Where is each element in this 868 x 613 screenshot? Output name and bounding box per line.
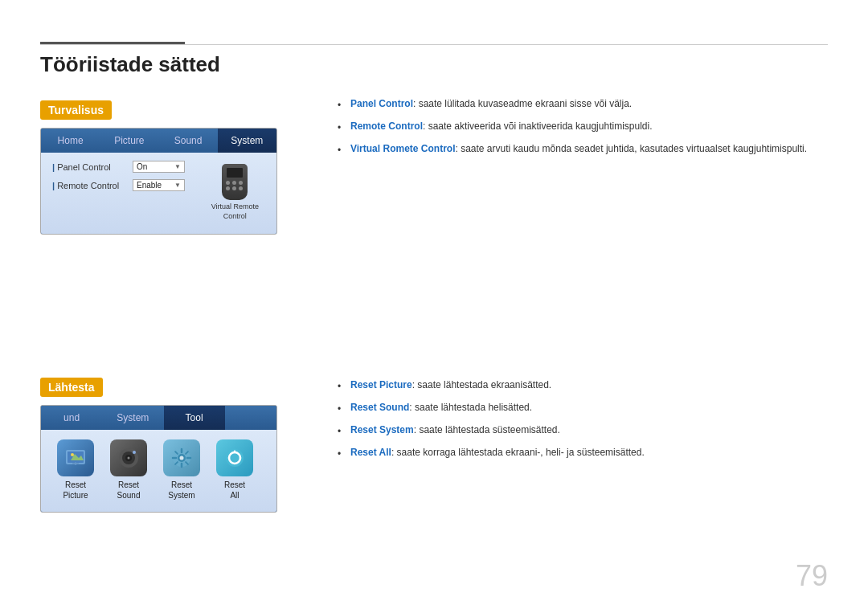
virtual-remote-label: Virtual RemoteControl bbox=[211, 202, 259, 221]
svg-point-13 bbox=[180, 456, 184, 460]
tv-menu-system[interactable]: System bbox=[218, 129, 276, 153]
remote-control-label: Remote Control bbox=[52, 181, 133, 190]
bullet-dot-5: • bbox=[338, 402, 344, 416]
svg-point-9 bbox=[128, 457, 130, 460]
svg-point-3 bbox=[71, 453, 74, 456]
panel-control-arrow: ▼ bbox=[174, 163, 181, 170]
remote-buttons bbox=[226, 181, 244, 190]
reset-sound-icon bbox=[110, 439, 147, 476]
remote-btn-6 bbox=[239, 186, 243, 190]
turvalisus-label: Turvalisus bbox=[40, 100, 112, 120]
remote-btn-1 bbox=[226, 181, 230, 185]
remote-screen bbox=[227, 168, 243, 178]
bullet-text-3: Virtual Romete Control: saate arvuti kau… bbox=[350, 141, 807, 157]
turvalisus-section: Turvalisus Home Picture Sound System Pan… bbox=[40, 100, 289, 235]
remote-btn-4 bbox=[226, 186, 230, 190]
turvalisus-bullets: • Panel Control: saate lülitada kuvasead… bbox=[338, 96, 828, 182]
reset-sound-label: ResetSound bbox=[117, 480, 141, 501]
reset-system-label: ResetSystem bbox=[168, 480, 194, 501]
bullet-virtual-remote: • Virtual Romete Control: saate arvuti k… bbox=[338, 141, 828, 157]
remote-btn-2 bbox=[232, 181, 236, 185]
reset-picture-icon bbox=[57, 439, 94, 476]
remote-control-select[interactable]: Enable ▼ bbox=[133, 179, 185, 191]
bullet-bold-4: Reset Picture bbox=[350, 379, 412, 390]
reset-picture-label: ResetPicture bbox=[63, 480, 88, 501]
top-rule bbox=[40, 44, 828, 45]
svg-rect-5 bbox=[72, 463, 79, 464]
bullet-dot-4: • bbox=[338, 379, 344, 394]
tv-menu-home[interactable]: Home bbox=[41, 129, 100, 153]
all-icon-svg bbox=[223, 446, 247, 470]
sound-icon-svg bbox=[117, 446, 141, 470]
panel-control-row: Panel Control On ▼ bbox=[52, 161, 205, 173]
bullet-bold-2: Remote Control bbox=[350, 121, 423, 132]
reset-all-label: ResetAll bbox=[224, 480, 245, 501]
bullet-remote-control: • Remote Control: saate aktiveerida või … bbox=[338, 119, 828, 135]
panel-control-label: Panel Control bbox=[52, 162, 133, 172]
panel-control-value: On bbox=[137, 162, 147, 171]
reset-system-item: ResetSystem bbox=[158, 439, 205, 501]
tv-menu-tool[interactable]: Tool bbox=[164, 406, 225, 430]
bullet-panel-control: • Panel Control: saate lülitada kuvasead… bbox=[338, 96, 828, 112]
page-number: 79 bbox=[796, 559, 828, 593]
turvalisus-tv-ui: Home Picture Sound System Panel Control … bbox=[40, 128, 277, 235]
bullet-dot-1: • bbox=[338, 98, 344, 112]
remote-control-row: Remote Control Enable ▼ bbox=[52, 179, 205, 191]
system-icon-svg bbox=[170, 446, 194, 470]
reset-system-icon bbox=[163, 439, 200, 476]
picture-icon-svg bbox=[63, 446, 88, 470]
bullet-text-5: Reset Sound: saate lähtestada helisätted… bbox=[350, 400, 532, 416]
bullet-text-1: Panel Control: saate lülitada kuvaseadme… bbox=[350, 96, 632, 112]
reset-all-icon bbox=[216, 439, 253, 476]
page-title: Tööriistade sätted bbox=[40, 52, 220, 77]
lahtesta-bullets: • Reset Picture: saate lähtestada ekraan… bbox=[338, 378, 828, 485]
bullet-bold-5: Reset Sound bbox=[350, 402, 409, 413]
bullet-dot-7: • bbox=[338, 447, 344, 461]
bullet-bold-6: Reset System bbox=[350, 424, 414, 435]
tv-content: Panel Control On ▼ Remote Control Enable… bbox=[41, 153, 276, 234]
lahtesta-bullet-section: • Reset Picture: saate lähtestada ekraan… bbox=[338, 378, 828, 461]
bullet-reset-system: • Reset System: saate lähtestada süsteem… bbox=[338, 423, 828, 439]
tv-menu-picture[interactable]: Picture bbox=[100, 129, 158, 153]
lahtesta-tv-ui: und System Tool ResetPicture bbox=[40, 405, 277, 513]
tv-menu-und[interactable]: und bbox=[41, 406, 102, 430]
turvalisus-bullet-section: • Panel Control: saate lülitada kuvasead… bbox=[338, 96, 828, 157]
bullet-bold-3: Virtual Romete Control bbox=[350, 143, 455, 154]
lahtesta-label: Lähtesta bbox=[40, 378, 103, 397]
tv-menu-spacer bbox=[225, 406, 276, 430]
tv-menu-bar-2: und System Tool bbox=[41, 406, 276, 430]
bullet-reset-sound: • Reset Sound: saate lähtestada helisätt… bbox=[338, 400, 828, 416]
bullet-text-6: Reset System: saate lähtestada süsteemis… bbox=[350, 423, 560, 439]
bullet-text-2: Remote Control: saate aktiveerida või in… bbox=[350, 119, 653, 135]
tv-menu-sound[interactable]: Sound bbox=[159, 129, 218, 153]
virtual-remote-area: Virtual RemoteControl bbox=[205, 161, 265, 226]
panel-control-select[interactable]: On ▼ bbox=[133, 161, 185, 173]
bullet-reset-all: • Reset All: saate korraga lähtestada ek… bbox=[338, 445, 828, 461]
lahtesta-content: ResetPicture ResetSound bbox=[41, 430, 276, 512]
lahtesta-section: Lähtesta und System Tool bbox=[40, 378, 289, 513]
remote-btn-3 bbox=[239, 181, 243, 185]
remote-control-arrow: ▼ bbox=[174, 182, 181, 189]
reset-picture-item: ResetPicture bbox=[52, 439, 99, 501]
tv-menu-bar: Home Picture Sound System bbox=[41, 129, 276, 153]
bullet-bold-1: Panel Control bbox=[350, 98, 413, 109]
bullet-text-7: Reset All: saate korraga lähtestada ekra… bbox=[350, 445, 645, 461]
reset-all-item: ResetAll bbox=[211, 439, 258, 501]
reset-sound-item: ResetSound bbox=[105, 439, 152, 501]
tv-menu-system2[interactable]: System bbox=[102, 406, 163, 430]
bullet-dot-2: • bbox=[338, 121, 344, 135]
bullet-text-4: Reset Picture: saate lähtestada ekraanis… bbox=[350, 378, 551, 394]
bullet-dot-6: • bbox=[338, 424, 344, 439]
remote-control-value: Enable bbox=[137, 181, 162, 190]
bullet-dot-3: • bbox=[338, 143, 344, 157]
bullet-reset-picture: • Reset Picture: saate lähtestada ekraan… bbox=[338, 378, 828, 394]
remote-icon bbox=[222, 164, 248, 200]
bullet-bold-7: Reset All bbox=[350, 447, 391, 458]
remote-btn-5 bbox=[232, 186, 236, 190]
